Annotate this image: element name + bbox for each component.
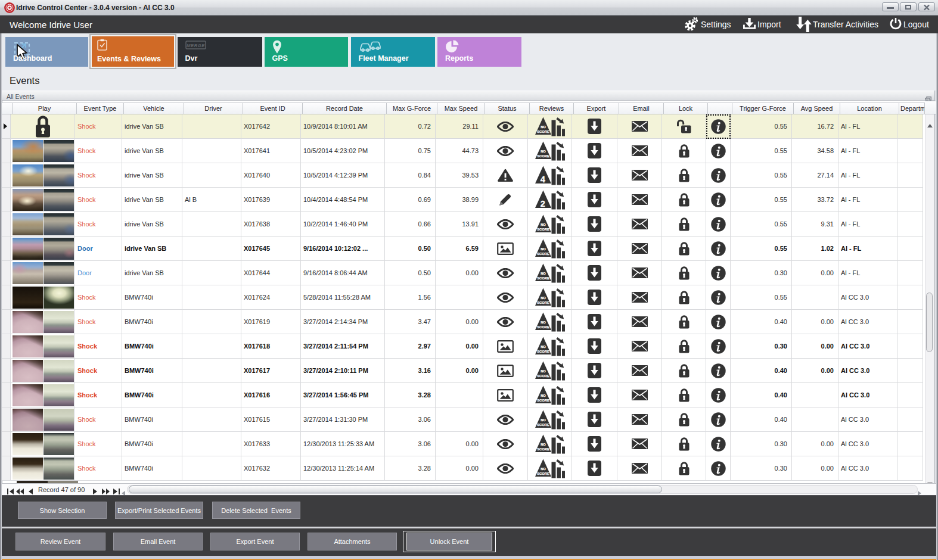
svg-text:NO: NO (541, 394, 546, 397)
svg-text:NO: NO (541, 418, 546, 422)
svg-text:NO: NO (541, 443, 546, 446)
svg-text:NO: NO (541, 247, 546, 251)
svg-text:SCORE: SCORE (537, 154, 549, 157)
svg-text:NO: NO (541, 150, 546, 153)
svg-text:SCORE: SCORE (537, 398, 549, 402)
svg-text:2: 2 (540, 198, 545, 208)
svg-text:NO: NO (541, 125, 546, 129)
svg-text:NO: NO (541, 345, 546, 349)
svg-text:MERGE: MERGE (187, 43, 205, 48)
svg-text:SCORE: SCORE (537, 471, 549, 475)
svg-text:SCORE: SCORE (537, 300, 549, 304)
svg-text:NO: NO (541, 467, 546, 471)
svg-text:SCORE: SCORE (537, 129, 549, 133)
svg-text:SCORE: SCORE (537, 447, 549, 450)
svg-text:SCORE: SCORE (537, 374, 549, 377)
svg-text:SCORE: SCORE (537, 276, 549, 279)
svg-text:SCORE: SCORE (537, 349, 549, 353)
svg-text:SCORE: SCORE (537, 251, 549, 255)
svg-text:NO: NO (541, 369, 546, 373)
svg-text:NO: NO (541, 223, 546, 226)
svg-text:SCORE: SCORE (537, 422, 549, 426)
svg-text:NO: NO (541, 296, 546, 300)
svg-text:SCORE: SCORE (537, 227, 549, 231)
svg-text:4: 4 (540, 174, 545, 183)
svg-text:SCORE: SCORE (537, 325, 549, 328)
svg-text:NO: NO (541, 272, 546, 275)
svg-text:NO: NO (541, 321, 546, 324)
